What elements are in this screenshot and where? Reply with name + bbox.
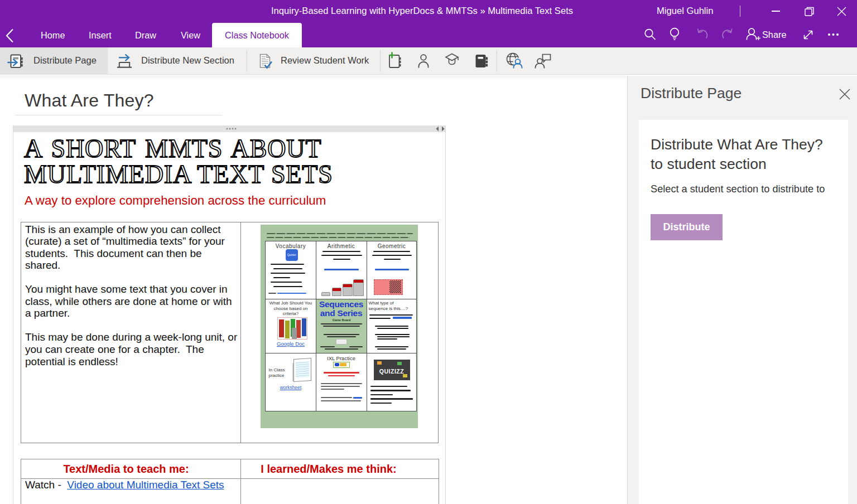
svg-text:Share: Share <box>762 30 786 40</box>
